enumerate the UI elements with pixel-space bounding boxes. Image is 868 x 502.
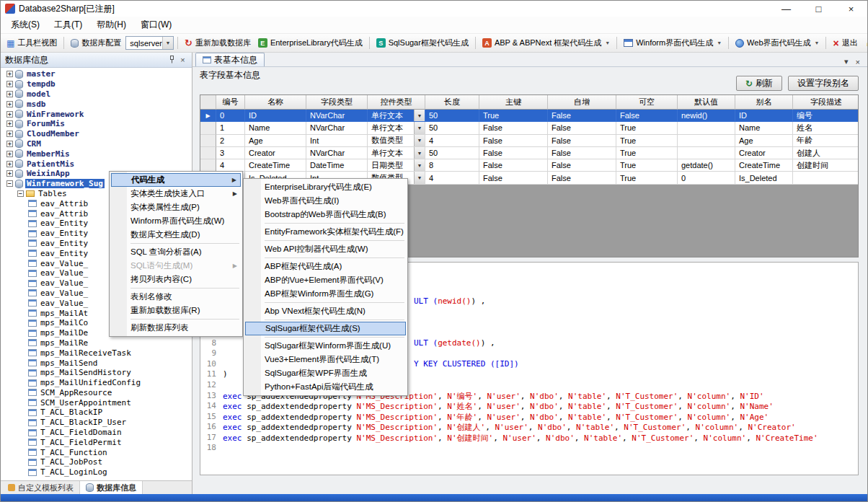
context-menu-item-14[interactable]: 刷新数据库列表 bbox=[111, 321, 241, 335]
grid-cell[interactable] bbox=[678, 122, 735, 134]
toolbar-button-sqlsugar-codegen[interactable]: SSqlSugar框架代码生成 bbox=[373, 35, 471, 50]
tree-item-table[interactable]: T_ACL_JobPost bbox=[5, 457, 192, 467]
codegen-submenu-item-15[interactable]: SqlSugar框架代码生成(S) bbox=[245, 322, 406, 335]
tree-expander-icon[interactable]: + bbox=[6, 170, 13, 177]
grid-cell[interactable]: False bbox=[548, 147, 616, 159]
pin-icon[interactable] bbox=[167, 56, 177, 65]
grid-cell[interactable]: 编号 bbox=[793, 110, 859, 122]
tree-expander-icon[interactable]: + bbox=[6, 120, 13, 127]
codegen-submenu-item-5[interactable]: EntityFramework实体框架代码生成(F) bbox=[245, 225, 406, 239]
grid-cell[interactable]: ID bbox=[735, 110, 793, 122]
tree-item-database[interactable]: +CRM bbox=[5, 139, 192, 149]
tab-list-icon[interactable]: ▾ bbox=[844, 57, 849, 66]
tree-item-database[interactable]: +tempdb bbox=[5, 79, 192, 89]
chevron-down-icon[interactable]: ▼ bbox=[605, 40, 610, 45]
context-menu-item-9[interactable]: 拷贝列表内容(C) bbox=[111, 273, 241, 286]
table-row[interactable]: 1NameNVarChar单行文本▼50FalseFalseTrueName姓名 bbox=[200, 122, 858, 134]
sidebar-tab[interactable]: 自定义模板列表 bbox=[2, 481, 80, 494]
tab-table-basic-info[interactable]: 表基本信息 bbox=[195, 53, 265, 66]
toolbar-button-view[interactable]: ▦工具栏视图 bbox=[4, 35, 60, 50]
grid-cell[interactable]: 4 bbox=[216, 159, 245, 172]
chevron-down-icon[interactable]: ▼ bbox=[717, 40, 722, 45]
grid-cell[interactable]: 姓名 bbox=[793, 122, 859, 134]
table-row[interactable]: 4CreateTimeDateTime日期类型▼8FalseFalseTrueg… bbox=[200, 159, 858, 172]
tree-item-table[interactable]: mps_MailSend bbox=[5, 358, 192, 368]
codegen-submenu-item-3[interactable]: Bootstrap的Web界面代码生成(B) bbox=[245, 208, 406, 221]
grid-cell[interactable]: NVarChar bbox=[306, 122, 368, 134]
grid-cell[interactable]: 50 bbox=[425, 147, 479, 159]
tree-item-table[interactable]: mps_MailUnifiedConfig bbox=[5, 378, 192, 388]
tree-item-table[interactable]: SCM_AppResource bbox=[5, 388, 192, 398]
sidebar-tab[interactable]: 数据库信息 bbox=[80, 481, 143, 494]
menu-item-3[interactable]: 帮助(H) bbox=[89, 17, 133, 33]
tree-expander-icon[interactable]: + bbox=[6, 81, 13, 87]
tree-item-database[interactable]: +model bbox=[5, 89, 192, 100]
column-header[interactable]: 主键 bbox=[479, 95, 548, 110]
grid-cell[interactable]: 单行文本▼ bbox=[368, 147, 425, 159]
grid-cell[interactable]: 4 bbox=[425, 135, 479, 147]
chevron-down-icon[interactable]: ▼ bbox=[414, 122, 425, 133]
codegen-submenu-item-19[interactable]: SqlSugar框架WPF界面生成 bbox=[245, 366, 406, 380]
menu-item-2[interactable]: 工具(T) bbox=[47, 17, 89, 33]
column-header[interactable]: 默认值 bbox=[678, 95, 735, 110]
context-menu-item-4[interactable]: Winform界面代码生成(W) bbox=[111, 214, 241, 228]
grid-cell[interactable]: CreateTime bbox=[735, 159, 793, 172]
grid-cell[interactable]: False bbox=[548, 159, 616, 172]
tree-item-database[interactable]: +MemberMis bbox=[5, 149, 192, 159]
codegen-submenu-item-11[interactable]: ABP框架Winform界面生成(G) bbox=[245, 287, 406, 301]
chevron-down-icon[interactable]: ▼ bbox=[414, 172, 425, 183]
grid-cell[interactable]: Creator bbox=[735, 147, 793, 159]
grid-cell[interactable]: 单行文本▼ bbox=[368, 122, 425, 134]
column-header[interactable]: 自增 bbox=[548, 95, 616, 110]
grid-cell[interactable]: Creator bbox=[245, 147, 306, 159]
context-menu-item-12[interactable]: 重新加载数据库(R) bbox=[111, 304, 241, 317]
row-indicator-icon[interactable]: ▶ bbox=[200, 110, 216, 122]
codegen-submenu-item-18[interactable]: Vue3+Element界面代码生成(T) bbox=[245, 353, 406, 366]
sidebar-close-icon[interactable]: × bbox=[177, 56, 188, 64]
tree-item-table[interactable]: T_ACL_LoginLog bbox=[5, 467, 192, 477]
column-header[interactable]: 别名 bbox=[735, 95, 793, 110]
tree-expander-icon[interactable]: + bbox=[6, 151, 13, 157]
grid-cell[interactable]: Age bbox=[735, 135, 793, 147]
grid-cell[interactable]: False bbox=[479, 122, 548, 134]
tree-item-table[interactable]: T_ACL_Function bbox=[5, 447, 192, 457]
chevron-down-icon[interactable]: ▼ bbox=[414, 147, 425, 159]
database-type-select[interactable]: sqlserver▼ bbox=[125, 36, 174, 50]
tree-expander-icon[interactable]: − bbox=[17, 190, 24, 197]
grid-cell[interactable]: 8 bbox=[425, 159, 479, 172]
chevron-down-icon[interactable]: ▼ bbox=[815, 40, 820, 45]
tree-item-table[interactable]: mps_MailRe bbox=[5, 338, 192, 348]
table-row[interactable]: 2AgeInt数值类型▼4FalseFalseTrueAge年龄 bbox=[200, 135, 858, 147]
toolbar-button-abp-codegen[interactable]: AABP & ABPNext 框架代码生成▼ bbox=[479, 35, 613, 50]
tree-expander-icon[interactable]: + bbox=[6, 111, 13, 118]
close-button[interactable]: × bbox=[835, 1, 867, 17]
column-header[interactable]: 控件类型 bbox=[368, 95, 425, 110]
codegen-submenu-item-13[interactable]: Abp VNext框架代码生成(N) bbox=[245, 304, 406, 318]
grid-cell[interactable]: 创建人 bbox=[793, 147, 859, 159]
minimize-button[interactable]: — bbox=[770, 1, 802, 17]
grid-cell[interactable]: True bbox=[616, 135, 678, 147]
grid-cell[interactable]: 2 bbox=[216, 135, 245, 147]
grid-cell[interactable]: 0 bbox=[216, 110, 245, 122]
toolbar-button-exit[interactable]: ×退出 bbox=[830, 35, 860, 51]
grid-cell[interactable]: 数值类型▼ bbox=[368, 135, 425, 147]
refresh-button[interactable]: ↻ 刷新 bbox=[736, 76, 782, 91]
document-close-icon[interactable]: × bbox=[856, 58, 860, 66]
grid-cell[interactable]: Name bbox=[735, 122, 793, 134]
column-header[interactable]: 字段描述 bbox=[793, 95, 859, 110]
tree-expander-icon[interactable]: + bbox=[6, 131, 13, 137]
tree-expander-icon[interactable]: + bbox=[6, 161, 13, 167]
column-header[interactable]: 字段类型 bbox=[306, 95, 368, 110]
toolbar-button-home[interactable]: ⌂ bbox=[864, 35, 868, 50]
tree-item-database[interactable]: +WinFramework bbox=[5, 109, 192, 119]
grid-cell[interactable]: NVarChar bbox=[306, 147, 368, 159]
maximize-button[interactable]: □ bbox=[802, 1, 835, 17]
grid-cell[interactable]: 0 bbox=[678, 172, 735, 184]
context-menu-item-8[interactable]: SQL语句生成(M)▶ bbox=[111, 259, 241, 273]
row-header-cell[interactable] bbox=[200, 135, 216, 147]
tree-item-table[interactable]: T_ACL_FieldPermit bbox=[5, 437, 192, 447]
toolbar-button-enterpriselibrary-codegen[interactable]: EEnterpriseLibrary代码生成 bbox=[255, 35, 366, 50]
chevron-down-icon[interactable]: ▼ bbox=[162, 37, 173, 49]
grid-cell[interactable] bbox=[793, 172, 859, 184]
context-menu-item-2[interactable]: 实体类生成快速入口▶ bbox=[111, 187, 241, 201]
